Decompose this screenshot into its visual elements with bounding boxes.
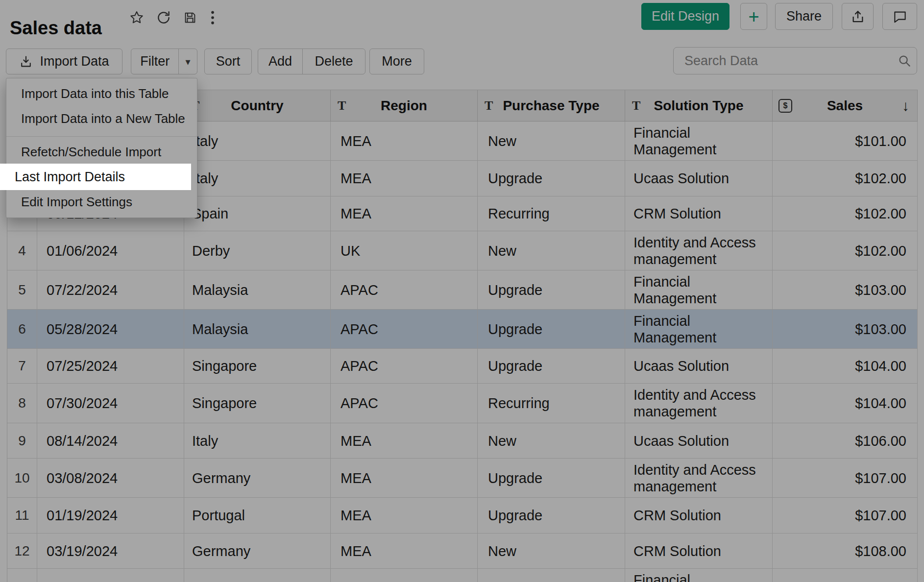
dim-overlay [0, 0, 924, 582]
menu-item-last-import-details[interactable]: Last Import Details [0, 164, 191, 190]
